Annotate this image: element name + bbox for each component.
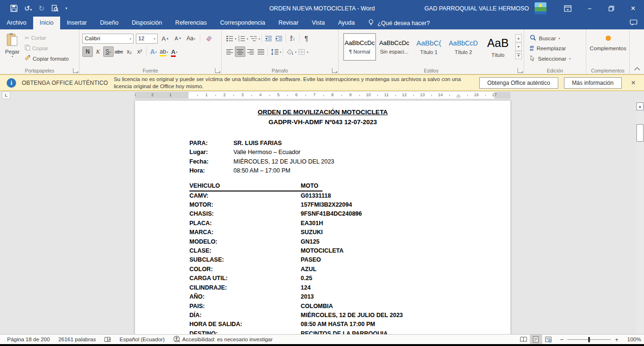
multilevel-list-button[interactable] [248,33,259,44]
borders-button[interactable] [296,46,307,57]
paste-dropdown-icon[interactable]: ▾ [11,55,13,58]
close-button[interactable]: × [622,0,644,17]
more-info-button[interactable]: Más información [564,77,622,89]
decrease-indent-button[interactable] [263,33,274,44]
get-office-button[interactable]: Obtenga Office auténtico [479,77,558,89]
style-t-tulo-2[interactable]: AaBbCcDTítulo 2 [447,33,480,61]
align-left-button[interactable] [224,46,235,57]
account-avatar[interactable] [535,2,546,14]
bold-button[interactable]: N [82,46,93,57]
replace-button[interactable]: abac Reemplazar [528,45,582,52]
minimize-button[interactable]: − [579,0,600,17]
grow-font-button[interactable]: A▲ [160,33,170,44]
cut-button[interactable]: ✂ Cortar [23,34,71,42]
tab-archivo[interactable]: Archivo [0,17,33,29]
accessibility-status[interactable]: Accesibilidad: es necesario investigar [169,336,277,343]
feedback-icon[interactable] [630,19,637,27]
font-size-combobox[interactable]: 12▾ [136,34,158,44]
print-preview-icon[interactable] [51,5,59,12]
strikethrough-button[interactable]: abc [114,46,124,57]
tab-correspondencia[interactable]: Correspondencia [214,17,272,29]
subscript-button[interactable]: x₂ [124,46,134,57]
clear-formatting-button[interactable] [204,33,215,44]
styles-more-icon[interactable]: ▼ [515,51,522,59]
highlight-button[interactable]: ab▾ [159,46,169,57]
select-button[interactable]: Seleccionar▾ [528,54,582,63]
ruler-number: 16 [474,92,479,97]
tab-vista[interactable]: Vista [305,17,331,29]
style-t-tulo-1[interactable]: AaBbC(Título 1 [412,33,445,61]
tab-referencias[interactable]: Referencias [169,17,214,29]
tab-revisar[interactable]: Revisar [272,17,305,29]
align-center-button[interactable] [235,46,245,57]
font-color-button[interactable]: A▾ [169,46,179,57]
word-count[interactable]: 26161 palabras [54,337,100,342]
style--normal[interactable]: AaBbCcDc¶ Normal [343,33,376,61]
copy-button[interactable]: Copiar [23,44,71,53]
font-dialog-launcher-icon[interactable] [215,68,220,73]
style-sin-espaci-[interactable]: AaBbCcDcSin espaci... [378,33,411,61]
tab-ayuda[interactable]: Ayuda [331,17,361,29]
paragraph-dialog-launcher-icon[interactable] [332,68,337,73]
styles-scroll-up-icon[interactable]: ▲ [515,34,522,42]
italic-button[interactable]: K [93,46,103,57]
vertical-scrollbar[interactable]: ▲ [636,100,644,334]
indent-marker[interactable] [186,92,190,99]
align-right-button[interactable] [245,46,256,57]
style-t-tulo[interactable]: AaBTítulo [482,33,514,61]
read-mode-icon[interactable] [518,335,530,344]
scrollbar-thumb[interactable] [636,124,644,142]
tell-me-box[interactable]: ¿Qué desea hacer? [368,17,430,29]
zoom-slider-thumb[interactable] [588,337,590,342]
superscript-button[interactable]: x² [134,46,145,57]
underline-button[interactable]: S▾ [103,46,114,57]
font-name-combobox[interactable]: Calibri▾ [82,34,134,44]
numbering-button[interactable]: 123 [236,33,247,44]
line-spacing-button[interactable] [269,46,280,57]
zoom-percentage[interactable]: 100% [622,337,641,342]
horizontal-ruler[interactable]: 12312345678910111213141617 [135,92,510,99]
tab-stop-selector[interactable]: L [2,91,10,99]
increase-indent-button[interactable] [274,33,284,44]
show-marks-button[interactable]: ¶ [301,33,312,44]
redo-icon[interactable]: ↻ [39,5,45,12]
shrink-font-button[interactable]: A▼ [173,33,183,44]
tab-inicio[interactable]: Inicio [33,17,60,29]
addins-button[interactable]: Complementos [588,31,628,51]
web-layout-icon[interactable] [542,335,555,344]
find-button[interactable]: Buscar▾ [528,34,582,43]
tab-disposicion[interactable]: Disposición [125,17,169,29]
tab-insertar[interactable]: Insertar [60,17,93,29]
format-painter-button[interactable]: Copiar formato [23,54,71,63]
document-page[interactable]: ORDEN DE MOVILIZACIÓN MOTOCICLETA GADPR-… [135,100,510,334]
restore-button[interactable] [600,0,622,17]
proofing-icon[interactable] [100,337,115,343]
account-name[interactable]: GAD PARROQUIAL VALLE HERMOSO [424,5,529,12]
paste-button[interactable]: Pegar ▾ [2,31,23,66]
page-indicator[interactable]: Página 18 de 200 [3,337,54,342]
customize-qat-icon[interactable]: ▾ [65,7,67,10]
tab-diseno[interactable]: Diseño [93,17,125,29]
styles-dialog-launcher-icon[interactable] [518,68,522,73]
justify-button[interactable] [256,46,266,57]
sort-button[interactable]: AZ ↓ [287,33,298,44]
bullets-button[interactable] [224,33,235,44]
shading-button[interactable] [285,46,295,57]
text-effects-button[interactable]: A▾ [148,46,159,57]
undo-icon[interactable]: ↺▾ [24,5,32,12]
save-icon[interactable] [10,5,18,12]
print-layout-icon[interactable] [530,335,542,344]
scroll-up-icon[interactable]: ▲ [636,102,644,110]
zoom-out-icon[interactable]: − [560,336,564,343]
clipboard-dialog-launcher-icon[interactable] [73,68,78,73]
collapse-ribbon-icon[interactable] [634,65,640,72]
language-indicator[interactable]: Español (Ecuador) [115,337,169,342]
change-case-button[interactable]: Aa▾ [186,33,196,44]
zoom-in-icon[interactable]: + [615,336,618,343]
zoom-slider[interactable] [567,339,611,340]
ribbon-display-options-icon[interactable] [557,0,579,17]
undo-dropdown-icon[interactable]: ▾ [30,8,32,12]
styles-scroll-down-icon[interactable]: ▼ [515,43,522,51]
right-indent-marker[interactable] [456,94,460,97]
license-close-icon[interactable]: × [627,79,639,87]
